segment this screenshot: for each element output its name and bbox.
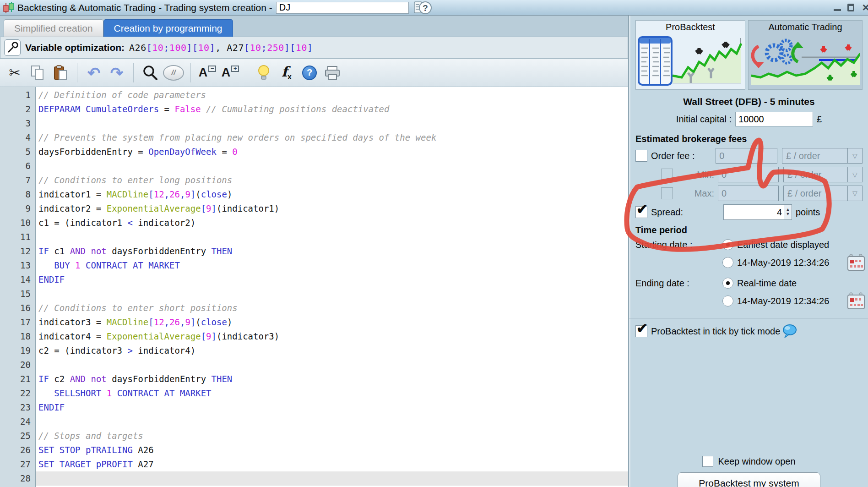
decrease-font-button[interactable]: A − xyxy=(197,62,217,83)
min-fee-row: Min: 0 £ / order ▽ xyxy=(635,167,863,182)
code-line[interactable] xyxy=(36,116,628,131)
starting-earliest-radio[interactable] xyxy=(722,239,733,250)
code-line[interactable]: SET STOP pTRAILING A26 xyxy=(36,443,628,457)
print-button[interactable] xyxy=(322,62,342,83)
search-icon xyxy=(142,65,158,81)
min-fee-checkbox[interactable] xyxy=(661,169,673,181)
increase-font-button[interactable]: A + xyxy=(220,62,240,83)
min-fee-unit-value: £ / order xyxy=(784,170,847,180)
probacktest-my-system-button[interactable]: ProBacktest my system xyxy=(678,472,820,487)
line-number: 20 xyxy=(0,358,35,372)
code-line[interactable] xyxy=(36,358,628,372)
tab-automatic-trading[interactable]: Automatic Trading xyxy=(748,20,863,90)
line-number: 22 xyxy=(0,386,35,400)
code-line[interactable]: DEFPARAM CumulateOrders = False // Cumul… xyxy=(36,102,628,116)
tab-simplified-creation[interactable]: Simplified creation xyxy=(4,19,103,37)
keep-window-row: Keep window open xyxy=(702,456,795,467)
code-line[interactable]: SET TARGET pPROFIT A27 xyxy=(36,457,628,471)
code-line[interactable]: daysForbiddenEntry = OpenDayOfWeek = 0 xyxy=(36,145,628,159)
paste-button[interactable] xyxy=(50,62,71,83)
window-title: Backtesting & Automatic Trading - Tradin… xyxy=(17,2,272,13)
code-line[interactable]: indicator3 = MACDline[12,26,9](close) xyxy=(36,315,628,329)
code-line[interactable]: IF c2 AND not daysForbiddenEntry THEN xyxy=(36,372,628,386)
code-line[interactable]: // Definition of code parameters xyxy=(36,88,628,102)
tab-probacktest[interactable]: ProBacktest xyxy=(635,20,745,90)
code-line[interactable]: IF c1 AND not daysForbiddenEntry THEN xyxy=(36,244,628,258)
code-line[interactable]: indicator4 = ExponentialAverage[9](indic… xyxy=(36,329,628,344)
keep-window-checkbox[interactable] xyxy=(702,456,713,467)
calendar-icon[interactable] xyxy=(847,292,865,310)
minus-box-icon: − xyxy=(208,66,216,72)
help-button[interactable]: ? xyxy=(299,62,320,83)
spread-checkbox[interactable] xyxy=(635,206,647,218)
cut-button[interactable]: ✂ xyxy=(5,62,25,83)
starting-date-radio[interactable] xyxy=(722,257,733,268)
code-line[interactable]: ENDIF xyxy=(36,273,628,287)
code-line[interactable]: // Conditions to enter short positions xyxy=(36,301,628,315)
tick-mode-checkbox[interactable] xyxy=(635,325,647,337)
svg-text:?: ? xyxy=(423,3,428,13)
plus-box-icon: + xyxy=(231,66,239,72)
line-number: 5 xyxy=(0,145,35,159)
variable-optimization-bar: Variable optimization: A26[10;100][10], … xyxy=(0,37,628,59)
code-line[interactable] xyxy=(36,287,628,301)
time-period-heading: Time period xyxy=(635,225,863,235)
ending-date-radio[interactable] xyxy=(722,295,733,306)
calendar-icon[interactable] xyxy=(847,254,865,271)
code-line[interactable]: c1 = (indicator1 < indicator2) xyxy=(36,216,628,230)
code-line[interactable]: indicator1 = MACDline[12,26,9](close) xyxy=(36,187,628,202)
hint-button[interactable] xyxy=(254,62,274,83)
spread-stepper[interactable]: ▲▼ xyxy=(784,205,792,219)
code-editor[interactable]: 1234567891011121314151617181920212223242… xyxy=(0,87,628,487)
line-number: 9 xyxy=(0,202,35,216)
lightbulb-icon xyxy=(257,65,271,81)
automatic-trading-illustration-icon xyxy=(750,33,860,88)
redo-icon: ↷ xyxy=(110,65,124,81)
comment-button[interactable]: // xyxy=(163,62,184,83)
titlebar-help-icon[interactable]: ? xyxy=(413,0,433,15)
order-fee-input[interactable]: 0 xyxy=(716,148,777,164)
editor-toolbar: ✂ ↶ ↷ xyxy=(0,59,628,87)
code-line[interactable]: SELLSHORT 1 CONTRACT AT MARKET xyxy=(36,386,628,400)
line-number: 2 xyxy=(0,102,35,116)
code-line[interactable]: ENDIF xyxy=(36,400,628,415)
order-fee-unit-select[interactable]: £ / order ▽ xyxy=(782,148,863,164)
min-fee-label: Min: xyxy=(677,170,714,180)
initial-capital-input[interactable] xyxy=(735,112,813,126)
tab-creation-by-programming[interactable]: Creation by programming xyxy=(103,19,233,37)
redo-button[interactable]: ↷ xyxy=(107,62,127,83)
tooltip-bubble-icon[interactable] xyxy=(782,324,797,339)
code-line[interactable] xyxy=(36,159,628,173)
code-line[interactable]: // Stops and targets xyxy=(36,429,628,443)
code-line[interactable]: // Prevents the system from placing new … xyxy=(36,131,628,145)
fx-icon: fx xyxy=(282,64,292,81)
min-fee-input[interactable]: 0 xyxy=(718,167,779,182)
order-fee-checkbox[interactable] xyxy=(635,150,647,162)
variable-optimization-button[interactable] xyxy=(4,39,21,56)
ending-realtime-radio[interactable] xyxy=(722,278,733,289)
code-line[interactable]: indicator2 = ExponentialAverage[9](indic… xyxy=(36,202,628,216)
code-area[interactable]: // Definition of code parametersDEFPARAM… xyxy=(36,87,628,487)
max-fee-input[interactable]: 0 xyxy=(718,186,779,201)
code-line[interactable]: BUY 1 CONTRACT AT MARKET xyxy=(36,258,628,273)
min-fee-unit-select[interactable]: £ / order ▽ xyxy=(783,167,863,182)
code-line[interactable] xyxy=(36,471,628,486)
variable-optimization-values[interactable]: A26[10;100][10], A27[10;250][10] xyxy=(129,42,313,53)
search-button[interactable] xyxy=(140,62,160,83)
code-line[interactable]: c2 = (indicator3 > indicator4) xyxy=(36,344,628,358)
copy-button[interactable] xyxy=(27,62,48,83)
minimize-button[interactable] xyxy=(834,5,841,11)
maximize-button[interactable] xyxy=(847,4,854,11)
close-button[interactable]: × xyxy=(861,3,868,13)
insert-function-button[interactable]: fx xyxy=(277,62,297,83)
code-line[interactable] xyxy=(36,230,628,244)
system-name-input[interactable] xyxy=(276,2,409,14)
code-line[interactable]: // Conditions to enter long positions xyxy=(36,173,628,187)
code-line[interactable] xyxy=(36,415,628,429)
dropdown-arrow-icon: ▽ xyxy=(847,186,862,201)
ending-date-row: Ending date : Real-time date xyxy=(635,278,863,289)
spread-input[interactable]: 4 ▲▼ xyxy=(723,204,792,220)
max-fee-unit-select[interactable]: £ / order ▽ xyxy=(783,186,863,201)
undo-button[interactable]: ↶ xyxy=(84,62,104,83)
max-fee-checkbox[interactable] xyxy=(661,187,673,199)
